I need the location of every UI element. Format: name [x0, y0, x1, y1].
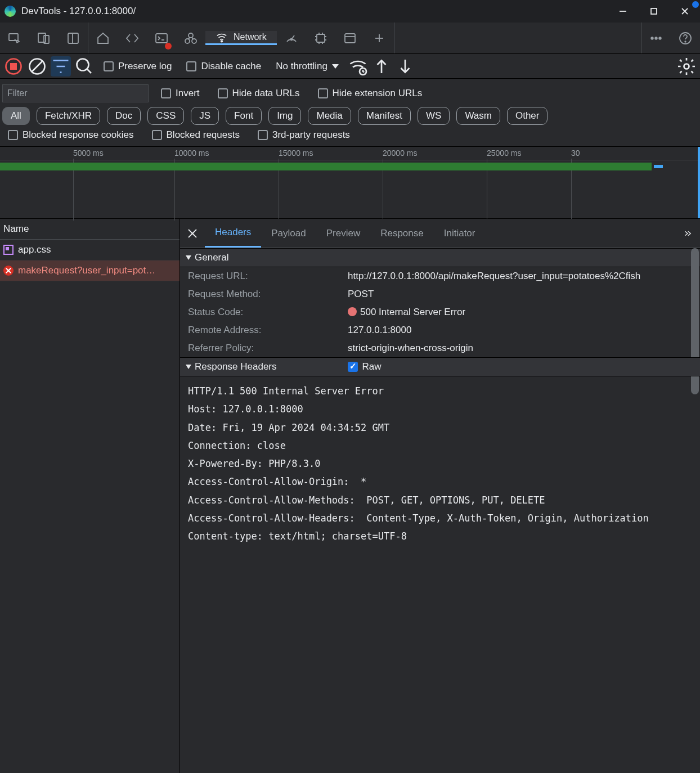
throttling-select[interactable]: No throttling	[270, 61, 344, 72]
raw-label: Raw	[362, 361, 382, 372]
detail-tab-headers[interactable]: Headers	[205, 219, 261, 248]
search-button[interactable]	[74, 56, 95, 77]
general-title: General	[195, 252, 228, 263]
blocked-cookies-checkbox[interactable]: Blocked response cookies	[2, 129, 140, 141]
list-header-name[interactable]: Name	[0, 219, 180, 240]
svg-rect-4	[9, 34, 18, 41]
detail-tab-preview[interactable]: Preview	[316, 219, 370, 248]
request-method-value: POST	[348, 289, 692, 300]
application-tab[interactable]	[335, 23, 365, 54]
network-tab-label: Network	[234, 32, 267, 42]
close-detail-button[interactable]	[180, 228, 205, 239]
raw-headers-content: HTTP/1.1 500 Internal Server Error Host:…	[180, 376, 700, 551]
chevron-down-icon	[332, 64, 339, 69]
window-titlebar: DevTools - 127.0.0.1:8000/	[0, 0, 700, 23]
status-code-key: Status Code:	[188, 307, 345, 318]
filter-type-manifest[interactable]: Manifest	[358, 107, 411, 125]
hide-data-label: Hide data URLs	[232, 88, 300, 99]
request-row[interactable]: app.css	[0, 240, 180, 260]
throttling-label: No throttling	[276, 61, 327, 72]
timeline-activity-icon	[0, 163, 652, 170]
general-section-header[interactable]: General	[180, 248, 700, 267]
network-timeline[interactable]: 5000 ms10000 ms15000 ms20000 ms25000 ms3…	[0, 147, 700, 219]
sources-tab[interactable]	[176, 23, 205, 54]
collapse-icon	[186, 365, 191, 369]
export-har-button[interactable]	[395, 56, 415, 77]
network-tab[interactable]: Network	[205, 31, 277, 45]
filter-toggle-button[interactable]	[51, 56, 71, 77]
disable-cache-checkbox[interactable]: Disable cache	[181, 61, 267, 72]
blocked-req-label: Blocked requests	[167, 129, 240, 141]
invert-checkbox[interactable]: Invert	[155, 88, 205, 99]
preserve-log-label: Preserve log	[118, 61, 172, 72]
request-method-key: Request Method:	[188, 289, 345, 300]
svg-line-28	[32, 61, 42, 71]
third-party-checkbox[interactable]: 3rd-party requests	[252, 129, 356, 141]
network-settings-button[interactable]	[676, 56, 697, 77]
timeline-end-marker-icon	[698, 147, 700, 218]
svg-point-20	[651, 37, 653, 39]
inspect-element-button[interactable]	[0, 23, 29, 54]
performance-tab[interactable]	[277, 23, 306, 54]
svg-line-30	[87, 69, 92, 73]
filter-type-img[interactable]: Img	[268, 107, 301, 125]
hide-extension-urls-checkbox[interactable]: Hide extension URLs	[312, 88, 428, 99]
checkbox-icon	[152, 130, 162, 140]
memory-tab[interactable]	[306, 23, 335, 54]
elements-tab[interactable]	[118, 23, 147, 54]
add-tab-button[interactable]	[365, 23, 394, 54]
detail-tab-payload[interactable]: Payload	[261, 219, 316, 248]
detail-tab-initiator[interactable]: Initiator	[434, 219, 486, 248]
svg-rect-16	[345, 34, 355, 43]
more-options-button[interactable]	[641, 23, 671, 54]
invert-label: Invert	[176, 88, 200, 99]
console-error-badge-icon	[165, 43, 172, 50]
clear-button[interactable]	[27, 56, 47, 77]
filter-type-other[interactable]: Other	[507, 107, 548, 125]
filter-type-ws[interactable]: WS	[418, 107, 450, 125]
raw-headers-checkbox[interactable]: Raw	[342, 361, 387, 372]
hide-data-urls-checkbox[interactable]: Hide data URLs	[212, 88, 306, 99]
dock-side-button[interactable]	[59, 23, 88, 54]
console-tab[interactable]	[147, 23, 176, 54]
timeline-tick: 20000 ms	[383, 149, 417, 158]
remote-address-key: Remote Address:	[188, 325, 345, 336]
preserve-log-checkbox[interactable]: Preserve log	[98, 61, 177, 72]
status-code-value: 500 Internal Server Error	[348, 307, 692, 318]
filter-type-wasm[interactable]: Wasm	[456, 107, 500, 125]
svg-rect-7	[68, 33, 78, 43]
maximize-button[interactable]	[638, 0, 669, 23]
stylesheet-icon	[3, 245, 14, 255]
svg-rect-26	[10, 63, 17, 70]
filter-type-fetchxhr[interactable]: Fetch/XHR	[37, 107, 100, 125]
minimize-button[interactable]	[607, 0, 638, 23]
filter-type-doc[interactable]: Doc	[107, 107, 141, 125]
filter-type-font[interactable]: Font	[226, 107, 262, 125]
detail-tab-response[interactable]: Response	[370, 219, 434, 248]
blocked-cookies-label: Blocked response cookies	[23, 129, 134, 141]
more-tabs-button[interactable]	[675, 228, 700, 239]
network-conditions-button[interactable]	[348, 56, 368, 77]
import-har-button[interactable]	[371, 56, 392, 77]
filter-type-all[interactable]: All	[2, 107, 30, 125]
filter-input[interactable]	[2, 84, 149, 102]
error-icon	[3, 266, 14, 276]
help-button[interactable]	[671, 23, 700, 54]
record-button[interactable]	[3, 56, 24, 77]
blocked-requests-checkbox[interactable]: Blocked requests	[146, 129, 245, 141]
request-row[interactable]: makeRequest?user_input=pot…	[0, 260, 180, 281]
remote-address-value: 127.0.0.1:8000	[348, 325, 692, 336]
request-detail-panel: HeadersPayloadPreviewResponseInitiator G…	[180, 219, 700, 773]
welcome-tab[interactable]	[88, 23, 118, 54]
svg-point-24	[685, 41, 686, 42]
device-toolbar-button[interactable]	[29, 23, 59, 54]
checkbox-icon	[258, 130, 268, 140]
filter-bar: Invert Hide data URLs Hide extension URL…	[0, 79, 700, 147]
svg-point-13	[221, 41, 223, 42]
wifi-icon	[216, 31, 228, 43]
filter-type-media[interactable]: Media	[308, 107, 351, 125]
response-headers-section-header[interactable]: Response Headers Raw	[180, 357, 700, 376]
filter-type-js[interactable]: JS	[191, 107, 219, 125]
filter-type-css[interactable]: CSS	[147, 107, 184, 125]
network-toolbar: Preserve log Disable cache No throttling	[0, 54, 700, 79]
